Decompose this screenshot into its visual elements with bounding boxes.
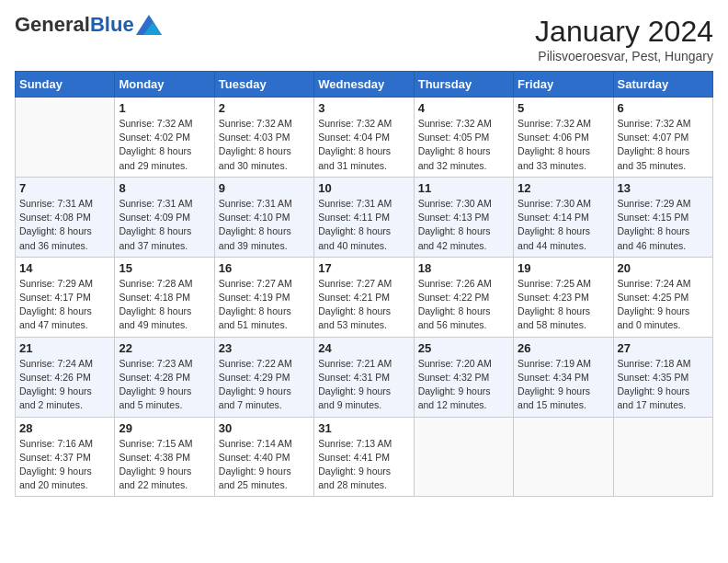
day-info: Sunrise: 7:30 AM Sunset: 4:13 PM Dayligh…	[418, 197, 509, 253]
day-info: Sunrise: 7:31 AM Sunset: 4:09 PM Dayligh…	[119, 197, 210, 253]
calendar-cell	[16, 98, 115, 178]
day-number: 22	[119, 341, 210, 355]
day-info: Sunrise: 7:31 AM Sunset: 4:11 PM Dayligh…	[318, 197, 409, 253]
calendar-cell	[613, 417, 712, 497]
day-number: 7	[19, 181, 110, 195]
calendar-cell: 21Sunrise: 7:24 AM Sunset: 4:26 PM Dayli…	[16, 337, 115, 417]
day-info: Sunrise: 7:23 AM Sunset: 4:28 PM Dayligh…	[119, 357, 210, 413]
page-header: GeneralBlue January 2024 Pilisvoeroesvar…	[15, 15, 713, 63]
day-info: Sunrise: 7:20 AM Sunset: 4:32 PM Dayligh…	[418, 357, 509, 413]
calendar-cell: 12Sunrise: 7:30 AM Sunset: 4:14 PM Dayli…	[514, 177, 613, 257]
calendar-week-row: 14Sunrise: 7:29 AM Sunset: 4:17 PM Dayli…	[16, 257, 713, 337]
day-info: Sunrise: 7:24 AM Sunset: 4:25 PM Dayligh…	[618, 277, 709, 333]
day-info: Sunrise: 7:29 AM Sunset: 4:17 PM Dayligh…	[19, 277, 110, 333]
calendar-cell: 11Sunrise: 7:30 AM Sunset: 4:13 PM Dayli…	[414, 177, 513, 257]
day-number: 2	[219, 101, 310, 115]
day-info: Sunrise: 7:19 AM Sunset: 4:34 PM Dayligh…	[518, 357, 609, 413]
day-number: 29	[119, 421, 210, 435]
calendar-cell: 14Sunrise: 7:29 AM Sunset: 4:17 PM Dayli…	[16, 257, 115, 337]
calendar-week-row: 21Sunrise: 7:24 AM Sunset: 4:26 PM Dayli…	[16, 337, 713, 417]
calendar-cell	[514, 417, 613, 497]
day-number: 8	[119, 181, 210, 195]
month-title: January 2024	[535, 15, 713, 49]
calendar-cell: 29Sunrise: 7:15 AM Sunset: 4:38 PM Dayli…	[115, 417, 214, 497]
calendar-cell: 8Sunrise: 7:31 AM Sunset: 4:09 PM Daylig…	[115, 177, 214, 257]
day-info: Sunrise: 7:15 AM Sunset: 4:38 PM Dayligh…	[119, 437, 210, 493]
calendar-cell: 31Sunrise: 7:13 AM Sunset: 4:41 PM Dayli…	[314, 417, 414, 497]
day-number: 24	[318, 341, 409, 355]
day-number: 1	[119, 101, 210, 115]
calendar-cell: 24Sunrise: 7:21 AM Sunset: 4:31 PM Dayli…	[314, 337, 414, 417]
location-subtitle: Pilisvoeroesvar, Pest, Hungary	[535, 49, 713, 63]
calendar-cell: 18Sunrise: 7:26 AM Sunset: 4:22 PM Dayli…	[414, 257, 513, 337]
day-info: Sunrise: 7:13 AM Sunset: 4:41 PM Dayligh…	[318, 437, 409, 493]
day-info: Sunrise: 7:32 AM Sunset: 4:02 PM Dayligh…	[119, 117, 210, 173]
calendar-cell: 5Sunrise: 7:32 AM Sunset: 4:06 PM Daylig…	[514, 98, 613, 178]
day-header-tuesday: Tuesday	[214, 72, 313, 98]
day-number: 28	[19, 421, 110, 435]
calendar-cell: 3Sunrise: 7:32 AM Sunset: 4:04 PM Daylig…	[314, 98, 414, 178]
calendar-week-row: 1Sunrise: 7:32 AM Sunset: 4:02 PM Daylig…	[16, 98, 713, 178]
calendar-header-row: SundayMondayTuesdayWednesdayThursdayFrid…	[16, 72, 713, 98]
day-number: 4	[418, 101, 509, 115]
day-header-saturday: Saturday	[613, 72, 712, 98]
day-info: Sunrise: 7:14 AM Sunset: 4:40 PM Dayligh…	[219, 437, 310, 493]
day-info: Sunrise: 7:22 AM Sunset: 4:29 PM Dayligh…	[219, 357, 310, 413]
day-number: 30	[219, 421, 310, 435]
day-info: Sunrise: 7:32 AM Sunset: 4:04 PM Dayligh…	[318, 117, 409, 173]
logo-icon	[136, 15, 162, 35]
day-number: 26	[518, 341, 609, 355]
calendar-cell: 27Sunrise: 7:18 AM Sunset: 4:35 PM Dayli…	[613, 337, 712, 417]
day-info: Sunrise: 7:27 AM Sunset: 4:19 PM Dayligh…	[219, 277, 310, 333]
day-number: 31	[318, 421, 409, 435]
day-number: 3	[318, 101, 409, 115]
calendar-cell: 10Sunrise: 7:31 AM Sunset: 4:11 PM Dayli…	[314, 177, 414, 257]
calendar-cell: 22Sunrise: 7:23 AM Sunset: 4:28 PM Dayli…	[115, 337, 214, 417]
calendar-cell: 28Sunrise: 7:16 AM Sunset: 4:37 PM Dayli…	[16, 417, 115, 497]
calendar-cell: 15Sunrise: 7:28 AM Sunset: 4:18 PM Dayli…	[115, 257, 214, 337]
day-info: Sunrise: 7:16 AM Sunset: 4:37 PM Dayligh…	[19, 437, 110, 493]
day-info: Sunrise: 7:25 AM Sunset: 4:23 PM Dayligh…	[518, 277, 609, 333]
day-info: Sunrise: 7:31 AM Sunset: 4:08 PM Dayligh…	[19, 197, 110, 253]
calendar-cell	[414, 417, 513, 497]
calendar-cell: 19Sunrise: 7:25 AM Sunset: 4:23 PM Dayli…	[514, 257, 613, 337]
day-info: Sunrise: 7:18 AM Sunset: 4:35 PM Dayligh…	[618, 357, 709, 413]
calendar-cell: 30Sunrise: 7:14 AM Sunset: 4:40 PM Dayli…	[214, 417, 313, 497]
logo: GeneralBlue	[15, 15, 162, 35]
day-header-monday: Monday	[115, 72, 214, 98]
logo-general: GeneralBlue	[15, 15, 134, 35]
calendar-cell: 20Sunrise: 7:24 AM Sunset: 4:25 PM Dayli…	[613, 257, 712, 337]
day-info: Sunrise: 7:32 AM Sunset: 4:06 PM Dayligh…	[518, 117, 609, 173]
calendar-cell: 1Sunrise: 7:32 AM Sunset: 4:02 PM Daylig…	[115, 98, 214, 178]
day-info: Sunrise: 7:32 AM Sunset: 4:07 PM Dayligh…	[618, 117, 709, 173]
calendar-cell: 23Sunrise: 7:22 AM Sunset: 4:29 PM Dayli…	[214, 337, 313, 417]
day-info: Sunrise: 7:27 AM Sunset: 4:21 PM Dayligh…	[318, 277, 409, 333]
calendar-week-row: 7Sunrise: 7:31 AM Sunset: 4:08 PM Daylig…	[16, 177, 713, 257]
day-number: 18	[418, 261, 509, 275]
day-info: Sunrise: 7:28 AM Sunset: 4:18 PM Dayligh…	[119, 277, 210, 333]
calendar-cell: 7Sunrise: 7:31 AM Sunset: 4:08 PM Daylig…	[16, 177, 115, 257]
day-header-thursday: Thursday	[414, 72, 513, 98]
calendar-cell: 2Sunrise: 7:32 AM Sunset: 4:03 PM Daylig…	[214, 98, 313, 178]
day-info: Sunrise: 7:26 AM Sunset: 4:22 PM Dayligh…	[418, 277, 509, 333]
day-number: 19	[518, 261, 609, 275]
day-number: 23	[219, 341, 310, 355]
calendar-cell: 4Sunrise: 7:32 AM Sunset: 4:05 PM Daylig…	[414, 98, 513, 178]
day-number: 6	[618, 101, 709, 115]
day-number: 12	[518, 181, 609, 195]
calendar-week-row: 28Sunrise: 7:16 AM Sunset: 4:37 PM Dayli…	[16, 417, 713, 497]
day-number: 14	[19, 261, 110, 275]
day-info: Sunrise: 7:32 AM Sunset: 4:05 PM Dayligh…	[418, 117, 509, 173]
calendar-cell: 13Sunrise: 7:29 AM Sunset: 4:15 PM Dayli…	[613, 177, 712, 257]
day-info: Sunrise: 7:21 AM Sunset: 4:31 PM Dayligh…	[318, 357, 409, 413]
calendar-cell: 17Sunrise: 7:27 AM Sunset: 4:21 PM Dayli…	[314, 257, 414, 337]
day-number: 10	[318, 181, 409, 195]
day-number: 17	[318, 261, 409, 275]
day-header-sunday: Sunday	[16, 72, 115, 98]
day-number: 27	[618, 341, 709, 355]
day-number: 9	[219, 181, 310, 195]
day-number: 20	[618, 261, 709, 275]
calendar-cell: 25Sunrise: 7:20 AM Sunset: 4:32 PM Dayli…	[414, 337, 513, 417]
day-header-friday: Friday	[514, 72, 613, 98]
day-header-wednesday: Wednesday	[314, 72, 414, 98]
